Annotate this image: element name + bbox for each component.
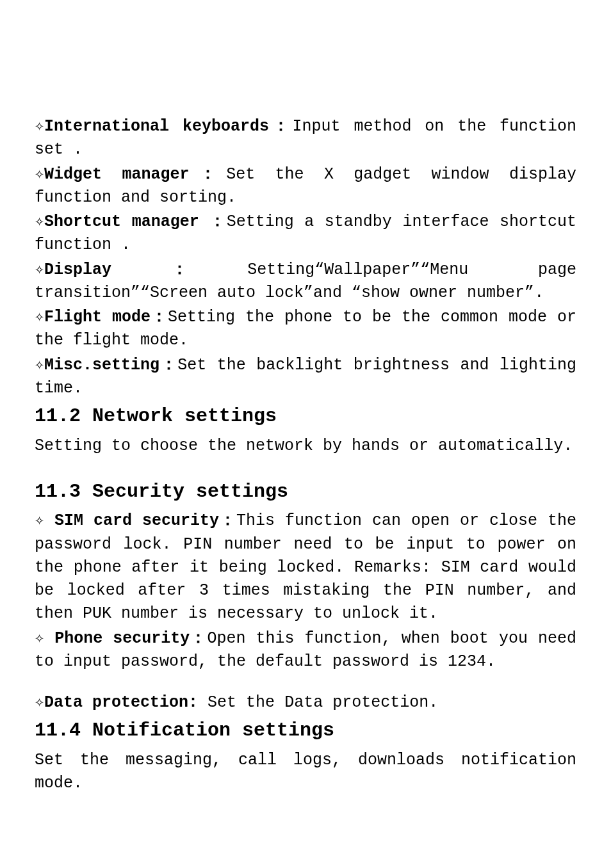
- diamond-icon: ✧: [35, 165, 44, 184]
- item-label: Display：: [44, 261, 247, 279]
- diamond-icon: ✧: [35, 629, 44, 648]
- item-misc-setting: ✧Misc.setting：Set the backlight brightne…: [35, 354, 576, 401]
- item-flight-mode: ✧Flight mode：Setting the phone to be the…: [35, 306, 576, 353]
- item-label: Widget manager：: [44, 165, 226, 184]
- item-display: ✧Display：Setting“Wallpaper”“Menu page tr…: [35, 259, 576, 305]
- diamond-icon: ✧: [35, 356, 44, 374]
- item-label: Flight mode：: [44, 308, 168, 326]
- item-label: Misc.setting：: [44, 356, 177, 374]
- diamond-icon: ✧: [35, 117, 44, 136]
- diamond-icon: ✧: [35, 261, 44, 279]
- body-11-4: Set the messaging, call logs, downloads …: [35, 749, 576, 796]
- item-international-keyboards: ✧International keyboards：Input method on…: [35, 115, 576, 162]
- diamond-icon: ✧: [35, 693, 44, 712]
- heading-11-2: 11.2 Network settings: [35, 403, 576, 431]
- heading-11-4: 11.4 Notification settings: [35, 717, 576, 745]
- item-label: Shortcut manager ：: [44, 213, 227, 231]
- diamond-icon: ✧: [35, 308, 44, 326]
- heading-11-3: 11.3 Security settings: [35, 478, 576, 506]
- item-label: Data protection:: [44, 693, 208, 712]
- diamond-icon: ✧: [35, 213, 44, 231]
- item-label: International keyboards：: [44, 117, 293, 136]
- item-phone-security: ✧ Phone security：Open this function, whe…: [35, 627, 576, 674]
- item-widget-manager: ✧Widget manager：Set the X gadget window …: [35, 163, 576, 210]
- body-11-2: Setting to choose the network by hands o…: [35, 435, 576, 458]
- item-shortcut-manager: ✧Shortcut manager ：Setting a standby int…: [35, 211, 576, 257]
- item-label: Phone security：: [44, 629, 207, 648]
- item-sim-security: ✧ SIM card security：This function can op…: [35, 510, 576, 625]
- spacer: [35, 675, 576, 691]
- item-label: SIM card security：: [44, 511, 236, 530]
- item-text: Set the Data protection.: [208, 693, 438, 712]
- item-data-protection: ✧Data protection: Set the Data protectio…: [35, 691, 576, 714]
- diamond-icon: ✧: [35, 511, 44, 530]
- spacer: [35, 459, 576, 476]
